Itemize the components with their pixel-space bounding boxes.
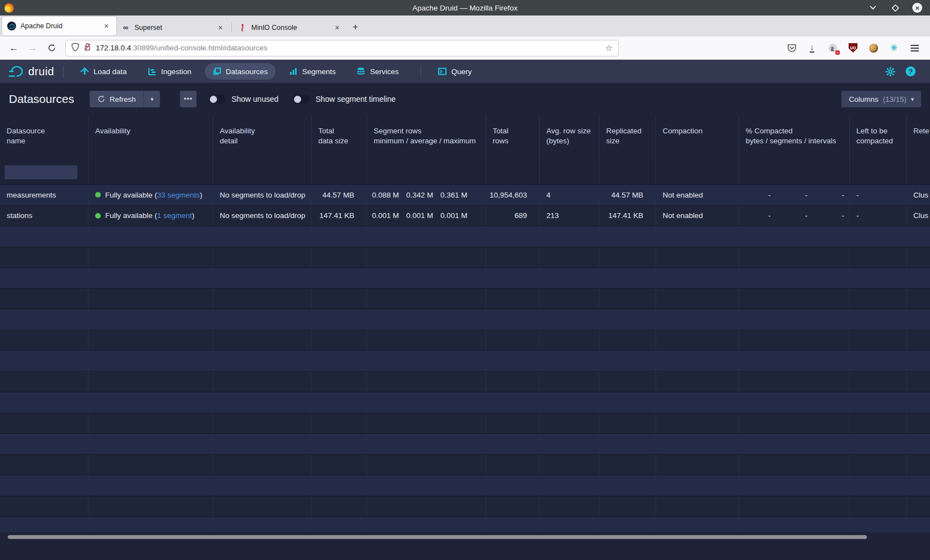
col-header-retention[interactable]: Rete: [907, 115, 930, 159]
extension-icon[interactable]: ×: [827, 43, 838, 54]
refresh-button[interactable]: Refresh: [90, 91, 143, 107]
tab-close-icon[interactable]: ×: [101, 21, 111, 31]
cell-segment-rows: 0.088 M0.342 M0.361 M: [367, 185, 486, 205]
superset-favicon: ∞: [121, 23, 130, 32]
col-header-datasource-name[interactable]: Datasourcename: [0, 115, 89, 159]
pocket-icon[interactable]: [786, 43, 797, 54]
available-status-icon: [95, 192, 101, 198]
tab-superset[interactable]: ∞ Superset ×: [116, 18, 230, 37]
forward-button[interactable]: →: [24, 40, 41, 56]
tab-minio[interactable]: MinIO Console ×: [233, 18, 347, 37]
extension-badge: ×: [835, 50, 840, 55]
druid-logo[interactable]: druid: [8, 64, 54, 79]
url-host: 172.18.0.4: [96, 44, 131, 52]
tab-label: MinIO Console: [251, 24, 328, 32]
col-header-total-data-size[interactable]: Totaldata size: [312, 115, 367, 159]
druid-navbar: druid Load data Ingestion Datasources Se…: [0, 60, 930, 83]
cookie-extension-icon[interactable]: [868, 43, 879, 54]
segments-link[interactable]: 33 segments: [157, 191, 200, 199]
shield-icon[interactable]: [71, 43, 79, 54]
nav-item-query[interactable]: Query: [430, 63, 479, 80]
show-unused-label: Show unused: [231, 95, 278, 103]
refresh-dropdown-button[interactable]: ▾: [143, 91, 160, 107]
tab-close-icon[interactable]: ×: [215, 23, 225, 33]
nav-item-load-data[interactable]: Load data: [73, 63, 135, 80]
insecure-lock-icon[interactable]: [84, 43, 91, 54]
cell-availability: Fully available (33 segments): [89, 185, 213, 205]
col-header-pct-compacted[interactable]: % Compactedbytes / segments / intervals: [739, 115, 850, 159]
table-row-empty: [0, 475, 930, 496]
segments-link[interactable]: 1 segment: [157, 211, 192, 220]
druid-favicon: [7, 22, 16, 30]
cell-compaction: Not enabled: [656, 206, 739, 226]
reload-button[interactable]: [43, 40, 60, 56]
col-header-availability[interactable]: Availability: [89, 115, 213, 159]
col-header-total-rows[interactable]: Totalrows: [486, 115, 540, 159]
cell-total-rows: 10,954,603: [486, 185, 540, 205]
cell-replicated-size: 44.57 MB: [600, 185, 656, 205]
url-text[interactable]: 172.18.0.4:30899/unified-console.html#da…: [96, 44, 601, 52]
datasources-table: Datasourcename Availability Availability…: [0, 115, 930, 541]
col-header-left-to-be-compacted[interactable]: Left to becompacted: [850, 115, 907, 159]
cell-total-data-size: 147.41 KB: [312, 206, 367, 226]
help-icon[interactable]: ?: [906, 66, 916, 76]
downloads-icon[interactable]: ↓: [807, 43, 818, 54]
table-row-empty: [0, 351, 930, 372]
ingestion-icon: [148, 67, 157, 76]
settings-gear-icon[interactable]: [885, 66, 896, 77]
cell-left-to-be-compacted: -: [850, 185, 907, 205]
url-bar[interactable]: 172.18.0.4:30899/unified-console.html#da…: [65, 40, 619, 56]
table-row-empty: [0, 496, 930, 517]
table-row-empty: [0, 289, 930, 310]
back-button[interactable]: ←: [6, 40, 22, 56]
window-close-icon[interactable]: ×: [912, 3, 922, 13]
segments-icon: [289, 67, 298, 76]
menu-icon[interactable]: [909, 43, 920, 54]
table-row-empty: [0, 247, 930, 268]
cell-retention: Clus: [907, 206, 930, 226]
show-segment-timeline-toggle[interactable]: [293, 95, 309, 104]
scrollbar-thumb[interactable]: [8, 535, 867, 539]
table-row-empty: [0, 392, 930, 413]
col-header-replicated-size[interactable]: Replicatedsize: [600, 115, 656, 159]
tab-apache-druid[interactable]: Apache Druid ×: [2, 17, 116, 35]
colorful-extension-icon[interactable]: ✳: [888, 43, 900, 54]
table-body-empty: [0, 226, 930, 532]
col-header-availability-detail[interactable]: Availabilitydetail: [213, 115, 312, 159]
table-row-empty: [0, 413, 930, 434]
table-row-empty: [0, 309, 930, 330]
tab-close-icon[interactable]: ×: [332, 23, 342, 33]
nav-item-ingestion[interactable]: Ingestion: [140, 63, 199, 80]
nav-item-segments[interactable]: Segments: [281, 63, 344, 80]
col-header-segment-rows[interactable]: Segment rowsminimum / average / maximum: [367, 115, 486, 159]
tab-bar: Apache Druid × ∞ Superset × MinIO Consol…: [0, 15, 930, 37]
more-actions-button[interactable]: •••: [180, 91, 197, 107]
window-minimize-icon[interactable]: [868, 3, 878, 13]
table-row-empty: [0, 372, 930, 393]
druid-brand-text: druid: [28, 65, 54, 78]
new-tab-button[interactable]: +: [347, 19, 364, 35]
cell-compaction: Not enabled: [656, 185, 739, 205]
columns-button[interactable]: Columns (13/15) ▾: [841, 91, 921, 107]
nav-item-datasources[interactable]: Datasources: [205, 63, 276, 80]
navbar-divider: [421, 65, 421, 77]
bookmark-star-icon[interactable]: ☆: [606, 43, 613, 53]
available-status-icon: [95, 213, 101, 219]
table-row-empty: [0, 330, 930, 351]
datasources-icon: [213, 67, 221, 76]
table-row-empty: [0, 268, 930, 289]
cell-left-to-be-compacted: -: [850, 206, 907, 226]
cell-pct-compacted: ---: [739, 185, 850, 205]
ublock-icon[interactable]: UO: [848, 43, 859, 54]
chevron-down-icon: ▾: [911, 96, 914, 103]
cell-replicated-size: 147.41 KB: [600, 206, 656, 226]
nav-item-services[interactable]: Services: [349, 63, 406, 80]
col-header-avg-row-size[interactable]: Avg. row size(bytes): [540, 115, 600, 159]
window-maximize-icon[interactable]: [890, 3, 900, 13]
datasource-name-filter-input[interactable]: [4, 165, 78, 179]
cell-segment-rows: 0.001 M0.001 M0.001 M: [367, 206, 486, 226]
table-header-row: Datasourcename Availability Availability…: [0, 115, 930, 159]
col-header-compaction[interactable]: Compaction: [656, 115, 739, 159]
show-unused-toggle[interactable]: [209, 95, 225, 104]
navbar-divider: [63, 65, 64, 77]
